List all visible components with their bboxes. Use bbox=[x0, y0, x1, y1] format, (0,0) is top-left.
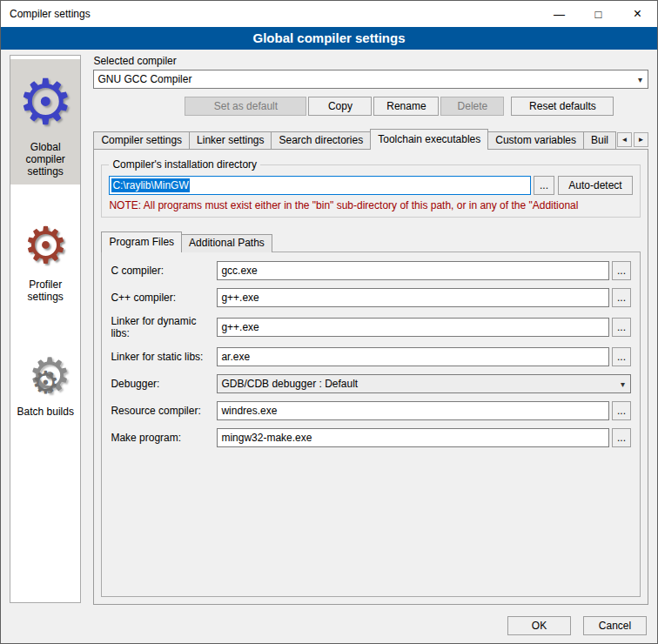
gray-gear-small-icon: ⚙ bbox=[31, 367, 59, 399]
set-as-default-button: Set as default bbox=[185, 97, 306, 116]
installation-directory-browse-button[interactable]: ... bbox=[534, 176, 554, 195]
tab-additional-paths[interactable]: Additional Paths bbox=[181, 234, 272, 252]
title-bar[interactable]: Compiler settings — □ × bbox=[1, 1, 657, 27]
window-title: Compiler settings bbox=[1, 8, 91, 20]
c-compiler-row: C compiler: ... bbox=[111, 261, 631, 280]
tab-program-files[interactable]: Program Files bbox=[101, 231, 182, 252]
toolchain-executables-page: Compiler's installation directory C:\ray… bbox=[93, 149, 648, 605]
make-program-input[interactable] bbox=[217, 428, 609, 447]
program-files-tab-strip: Program Files Additional Paths bbox=[101, 231, 641, 252]
installation-directory-input[interactable]: C:\raylib\MinGW bbox=[109, 176, 531, 195]
c-compiler-input[interactable] bbox=[217, 261, 609, 280]
cpp-compiler-browse-button[interactable]: ... bbox=[612, 288, 631, 307]
cpp-compiler-input[interactable] bbox=[217, 288, 609, 307]
tab-build-options[interactable]: Buil bbox=[583, 131, 616, 150]
dialog-footer: OK Cancel bbox=[507, 616, 647, 635]
chevron-down-icon: ▾ bbox=[619, 379, 627, 389]
tab-scroll-right-button[interactable]: ► bbox=[634, 132, 648, 147]
c-compiler-label: C compiler: bbox=[111, 265, 217, 277]
static-linker-row: Linker for static libs: ... bbox=[111, 347, 631, 366]
make-program-row: Make program: ... bbox=[111, 428, 631, 447]
compiler-settings-dialog: Compiler settings — □ × Global compiler … bbox=[0, 0, 658, 644]
dialog-header: Global compiler settings bbox=[1, 27, 657, 50]
close-button[interactable]: × bbox=[618, 1, 657, 27]
arrow-right-icon: ► bbox=[638, 136, 645, 144]
blue-gear-icon: ⚙ bbox=[17, 70, 74, 133]
resource-compiler-row: Resource compiler: ... bbox=[111, 401, 631, 420]
tab-search-directories[interactable]: Search directories bbox=[271, 131, 371, 150]
ok-button[interactable]: OK bbox=[507, 616, 571, 635]
cpp-compiler-label: C++ compiler: bbox=[111, 292, 217, 304]
profiler-tool-icon: ⚙ bbox=[23, 220, 68, 271]
close-icon: × bbox=[634, 6, 641, 22]
arrow-left-icon: ◄ bbox=[621, 136, 628, 144]
dynamic-linker-label: Linker for dynamic libs: bbox=[111, 315, 217, 339]
installation-directory-title: Compiler's installation directory bbox=[109, 158, 260, 171]
cancel-button[interactable]: Cancel bbox=[583, 616, 647, 635]
tab-toolchain-executables[interactable]: Toolchain executables bbox=[370, 129, 488, 150]
minimize-icon: — bbox=[554, 8, 565, 21]
resource-compiler-label: Resource compiler: bbox=[111, 405, 217, 417]
cpp-compiler-row: C++ compiler: ... bbox=[111, 288, 631, 307]
sidebar-item-label: Batch builds bbox=[12, 406, 78, 418]
tab-custom-variables[interactable]: Custom variables bbox=[487, 131, 584, 150]
reset-defaults-button[interactable]: Reset defaults bbox=[511, 97, 614, 116]
chevron-down-icon: ▾ bbox=[636, 75, 644, 84]
installation-directory-row: C:\raylib\MinGW ... Auto-detect bbox=[109, 176, 633, 195]
settings-tab-strip: Compiler settings Linker settings Search… bbox=[93, 129, 648, 150]
static-linker-input[interactable] bbox=[217, 347, 609, 366]
static-linker-browse-button[interactable]: ... bbox=[612, 347, 631, 366]
make-program-browse-button[interactable]: ... bbox=[612, 428, 631, 447]
bin-subdirectory-note: NOTE: All programs must exist either in … bbox=[109, 199, 633, 211]
debugger-value: GDB/CDB debugger : Default bbox=[221, 378, 619, 390]
selected-compiler-label: Selected compiler bbox=[93, 55, 648, 67]
compiler-action-buttons: Set as default Copy Rename Delete Reset … bbox=[185, 97, 648, 116]
debugger-row: Debugger: GDB/CDB debugger : Default ▾ bbox=[111, 374, 631, 393]
tab-scroll-left-button[interactable]: ◄ bbox=[617, 132, 632, 147]
c-compiler-browse-button[interactable]: ... bbox=[612, 261, 631, 280]
settings-notebook: Compiler settings Linker settings Search… bbox=[93, 129, 648, 605]
copy-button[interactable]: Copy bbox=[308, 97, 372, 116]
global-compiler-icon-wrap: ⚙ bbox=[12, 64, 78, 139]
static-linker-label: Linker for static libs: bbox=[111, 351, 217, 363]
resource-compiler-input[interactable] bbox=[217, 401, 609, 420]
selected-compiler-value: GNU GCC Compiler bbox=[97, 73, 636, 85]
resource-compiler-browse-button[interactable]: ... bbox=[612, 401, 631, 420]
sidebar-item-label: Global compiler settings bbox=[12, 141, 78, 178]
main-panel: Selected compiler GNU GCC Compiler ▾ Set… bbox=[93, 55, 648, 605]
dynamic-linker-browse-button[interactable]: ... bbox=[612, 318, 631, 337]
delete-button: Delete bbox=[440, 97, 504, 116]
dynamic-linker-row: Linker for dynamic libs: ... bbox=[111, 315, 631, 339]
debugger-label: Debugger: bbox=[111, 378, 217, 390]
installation-directory-groupbox: Compiler's installation directory C:\ray… bbox=[101, 164, 641, 218]
sidebar-item-label: Profiler settings bbox=[12, 278, 78, 303]
batch-builds-icon-wrap: ⚙ ⚙ bbox=[12, 341, 78, 404]
tab-linker-settings[interactable]: Linker settings bbox=[189, 131, 272, 150]
dialog-content: ⚙ Global compiler settings ⚙ Profiler se… bbox=[1, 50, 657, 608]
debugger-dropdown[interactable]: GDB/CDB debugger : Default ▾ bbox=[217, 374, 631, 393]
installation-directory-value: C:\raylib\MinGW bbox=[111, 178, 189, 192]
caption-buttons: — □ × bbox=[540, 1, 657, 27]
tab-scroll-arrows: ◄ ► bbox=[615, 132, 648, 147]
minimize-button[interactable]: — bbox=[540, 1, 579, 27]
tab-compiler-settings[interactable]: Compiler settings bbox=[93, 131, 190, 150]
make-program-label: Make program: bbox=[111, 432, 217, 444]
settings-category-sidebar: ⚙ Global compiler settings ⚙ Profiler se… bbox=[10, 55, 81, 603]
sidebar-item-batch-builds[interactable]: ⚙ ⚙ Batch builds bbox=[10, 336, 80, 425]
selected-compiler-dropdown[interactable]: GNU GCC Compiler ▾ bbox=[93, 70, 648, 89]
sidebar-item-profiler-settings[interactable]: ⚙ Profiler settings bbox=[10, 209, 80, 310]
dynamic-linker-input[interactable] bbox=[217, 318, 609, 337]
maximize-icon: □ bbox=[595, 8, 602, 21]
sidebar-item-global-compiler-settings[interactable]: ⚙ Global compiler settings bbox=[10, 59, 80, 184]
auto-detect-button[interactable]: Auto-detect bbox=[558, 176, 633, 195]
profiler-icon-wrap: ⚙ bbox=[12, 214, 78, 277]
program-files-page: C compiler: ... C++ compiler: ... Linker bbox=[101, 252, 641, 597]
program-files-notebook: Program Files Additional Paths C compile… bbox=[101, 231, 641, 597]
rename-button[interactable]: Rename bbox=[373, 97, 439, 116]
maximize-button[interactable]: □ bbox=[579, 1, 618, 27]
